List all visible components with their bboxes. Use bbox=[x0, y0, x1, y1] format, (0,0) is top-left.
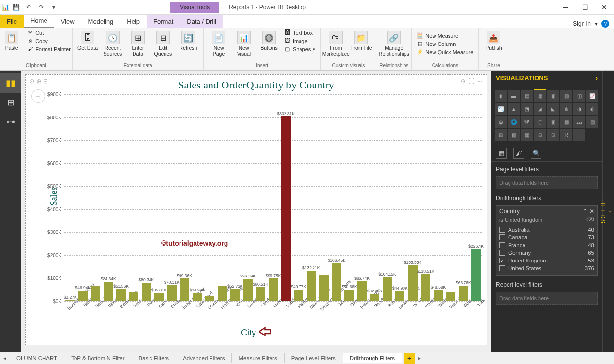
bar-west-sussex[interactable]: West Sussex bbox=[445, 94, 457, 301]
bar-esher-molesey[interactable]: $99.36KEsher-Molesey bbox=[179, 94, 190, 301]
collapse-pane-icon[interactable]: › bbox=[596, 74, 598, 82]
signin-dropdown-icon[interactable]: ▾ bbox=[595, 20, 598, 27]
bar-gloucestershire[interactable]: Gloucestershire bbox=[204, 94, 215, 301]
viz-type-icon[interactable]: ◣ bbox=[547, 103, 559, 115]
bar-gateshead[interactable]: $34.96KGateshead bbox=[191, 94, 203, 301]
analytics-tab[interactable]: 🔍 bbox=[531, 148, 541, 159]
bar-newcastle-upon-tyne[interactable]: Newcastle upon Tyne bbox=[318, 94, 329, 301]
viz-type-icon[interactable]: ▮ bbox=[495, 90, 507, 102]
qat-dropdown-icon[interactable]: ▾ bbox=[48, 2, 59, 13]
bar-berkshire[interactable]: Berkshire bbox=[90, 94, 101, 301]
tab-view[interactable]: View bbox=[54, 15, 81, 28]
copy-button[interactable]: ⎘Copy bbox=[25, 37, 73, 45]
viz-type-icon[interactable]: ⬔ bbox=[521, 103, 533, 115]
drill-up-icon[interactable]: ⊙ bbox=[30, 78, 34, 85]
viz-type-icon[interactable]: ⋯ bbox=[573, 129, 585, 141]
recent-sources-button[interactable]: 🕓Recent Sources bbox=[101, 29, 125, 58]
checkbox-icon[interactable]: ✓ bbox=[499, 258, 505, 263]
viz-type-icon[interactable]: ▬ bbox=[508, 90, 520, 102]
more-options-icon[interactable]: ⋯ bbox=[477, 78, 483, 85]
new-quick-measure-button[interactable]: ⚡New Quick Measure bbox=[415, 48, 475, 56]
close-button[interactable]: ✕ bbox=[595, 0, 614, 15]
collapse-filter-icon[interactable]: ⌃ bbox=[583, 208, 588, 215]
viz-type-icon[interactable]: ◢ bbox=[534, 103, 546, 115]
tab-data-drill[interactable]: Data / Drill bbox=[180, 15, 223, 28]
tab-format[interactable]: Format bbox=[147, 15, 180, 28]
viz-type-icon[interactable]: ▦ bbox=[521, 129, 533, 141]
viz-type-icon[interactable]: 🗺 bbox=[521, 116, 533, 128]
drill-back-icon[interactable]: ← bbox=[31, 89, 45, 103]
new-column-button[interactable]: ▤New Column bbox=[415, 40, 475, 48]
sheet-next-icon[interactable]: ▸ bbox=[415, 355, 424, 362]
bar-oxford[interactable]: $166.45KOxford bbox=[331, 94, 343, 301]
publish-button[interactable]: 📤Publish bbox=[481, 29, 506, 53]
sheet-prev-icon[interactable]: ◂ bbox=[0, 355, 10, 362]
enter-data-button[interactable]: ⊞Enter Data bbox=[126, 29, 150, 58]
filter-item-united-kingdom[interactable]: ✓United Kingdom53 bbox=[499, 257, 594, 264]
drill-toggle-icon[interactable]: ⊕ bbox=[36, 78, 41, 85]
bar-leeds[interactable]: $60.51KLeeds bbox=[255, 94, 266, 301]
bar-berks[interactable]: $46.94KBerks bbox=[77, 94, 89, 301]
bar-warrington[interactable]: $118.51KWarrington bbox=[419, 94, 431, 301]
bar-woolston[interactable]: $66.76KWoolston bbox=[458, 94, 469, 301]
buttons-button[interactable]: 🔘Buttons bbox=[257, 29, 281, 53]
tab-modeling[interactable]: Modeling bbox=[81, 15, 120, 28]
bar-milton-keynes[interactable]: $132.21KMilton Keynes bbox=[305, 94, 317, 301]
sheet-tab-olumn-chart[interactable]: OLUMN CHART bbox=[10, 353, 64, 363]
checkbox-icon[interactable] bbox=[499, 265, 505, 271]
help-icon[interactable]: ? bbox=[601, 20, 609, 28]
filter-item-france[interactable]: France48 bbox=[499, 241, 594, 249]
viz-type-icon[interactable]: 📈 bbox=[586, 90, 598, 102]
filter-item-australia[interactable]: Australia40 bbox=[499, 226, 594, 233]
viz-type-icon[interactable]: ▦ bbox=[534, 90, 546, 102]
viz-type-icon[interactable]: ▤ bbox=[521, 90, 533, 102]
sheet-tab-page-level-filters[interactable]: Page Level Filters bbox=[285, 353, 343, 363]
checkbox-icon[interactable] bbox=[499, 227, 505, 233]
sheet-tab-top-&-bottom-n-filter[interactable]: ToP & Bottom N Filter bbox=[64, 353, 132, 363]
image-button[interactable]: 🖼Image bbox=[282, 37, 317, 45]
minimize-button[interactable]: ─ bbox=[556, 0, 575, 15]
viz-type-icon[interactable]: ▣ bbox=[547, 116, 559, 128]
expand-icon[interactable]: ⊟ bbox=[43, 78, 48, 85]
viz-type-icon[interactable]: ◒ bbox=[495, 116, 507, 128]
viz-type-icon[interactable]: ▲ bbox=[508, 103, 520, 115]
manage-relationships-button[interactable]: 🔗Manage Relationships bbox=[382, 29, 406, 58]
bar-lancaster[interactable]: $96.39KLancaster bbox=[242, 94, 254, 301]
redo-icon[interactable]: ↷ bbox=[36, 2, 46, 13]
refresh-button[interactable]: 🔄Refresh bbox=[176, 29, 200, 53]
sheet-tab-basic-filters[interactable]: Basic Filters bbox=[132, 353, 177, 363]
get-data-button[interactable]: 🗄Get Data bbox=[75, 29, 100, 53]
viz-type-icon[interactable]: ▣ bbox=[547, 90, 559, 102]
bar-york[interactable]: $226.4KYork bbox=[470, 94, 482, 301]
file-tab[interactable]: File bbox=[0, 15, 24, 28]
model-view-icon[interactable]: ⊶ bbox=[0, 112, 21, 131]
viz-type-icon[interactable]: ₁₂₃ bbox=[573, 116, 585, 128]
checkbox-icon[interactable] bbox=[499, 250, 505, 256]
drill-down-icon[interactable]: ⊙ bbox=[461, 78, 465, 85]
fields-well-tab[interactable]: ▦ bbox=[496, 148, 507, 159]
textbox-button[interactable]: 🅰Text box bbox=[282, 29, 317, 37]
country-filter-card[interactable]: Country ⌃ ✕ is United Kingdom ⌫ Australi… bbox=[496, 205, 598, 276]
report-view-icon[interactable]: ▮▮ bbox=[0, 73, 21, 93]
viz-type-icon[interactable]: ▧ bbox=[508, 129, 520, 141]
bar-bury[interactable]: $80.34KBury bbox=[140, 94, 152, 301]
filter-item-united-states[interactable]: United States376 bbox=[499, 264, 594, 272]
maximize-button[interactable]: ☐ bbox=[575, 0, 595, 15]
bar-peterborough[interactable]: $86.74KPeterborough bbox=[356, 94, 368, 301]
new-measure-button[interactable]: 🧮New Measure bbox=[415, 32, 475, 40]
viz-type-icon[interactable]: ⋔ bbox=[560, 103, 572, 115]
bar-kirkby[interactable]: $52.71KKirkby bbox=[229, 94, 241, 301]
focus-mode-icon[interactable]: ⛶ bbox=[468, 78, 474, 85]
bar-basingstoke-hants[interactable]: $3.27KBasingstoke Hants bbox=[64, 94, 76, 301]
bar-cambridge[interactable]: $35.01KCambridge bbox=[153, 94, 165, 301]
viz-type-icon[interactable]: ▤ bbox=[586, 116, 598, 128]
bar-watford[interactable]: $48.58KWatford bbox=[432, 94, 444, 301]
clear-filter-icon[interactable]: ⌫ bbox=[586, 217, 594, 223]
checkbox-icon[interactable] bbox=[499, 234, 505, 240]
fields-pane-tab[interactable]: ‹FIELDS bbox=[602, 71, 614, 352]
format-painter-button[interactable]: 🖌Format Painter bbox=[25, 45, 73, 53]
sheet-tab-measure-fllters[interactable]: Measure Fllters bbox=[232, 353, 284, 363]
save-icon[interactable]: 💾 bbox=[11, 2, 21, 13]
sheet-tab-advanced-filters[interactable]: Advanced FIlters bbox=[176, 353, 232, 363]
edit-queries-button[interactable]: ⊟Edit Queries bbox=[151, 29, 175, 58]
